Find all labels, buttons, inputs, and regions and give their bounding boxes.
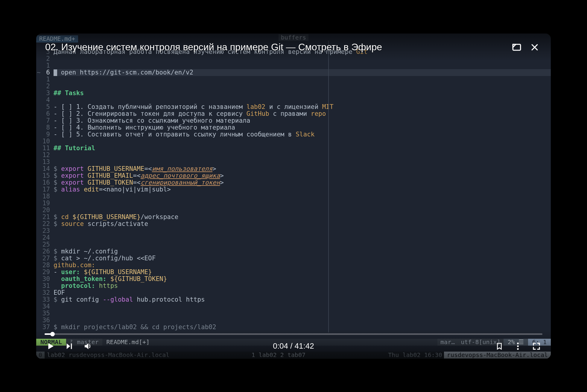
code-line: 30 oauth_token: ${GITHUB_TOKEN} xyxy=(36,276,551,282)
code-line: 24 xyxy=(36,234,551,241)
vertical-split xyxy=(328,41,329,332)
code-line: 7- [ ] 3. Ознакомиться со ссылками учебн… xyxy=(36,117,551,124)
code-line: 12 xyxy=(36,152,551,159)
svg-point-2 xyxy=(517,345,519,347)
current-time: 0:04 xyxy=(273,341,288,350)
code-line: 35 xyxy=(36,310,551,317)
code-line: 1 xyxy=(36,76,551,83)
code-line: 3## Tasks xyxy=(36,90,551,97)
code-line: 14$ export GITHUB_USERNAME=<имя_пользова… xyxy=(36,165,551,172)
duration: 41:42 xyxy=(295,341,314,350)
code-line: 29- user: ${GITHUB_USERNAME} xyxy=(36,269,551,276)
code-line: 4 xyxy=(36,97,551,104)
video-player: README.md+ buffers [1] > 3Данная лаборат… xyxy=(36,34,551,359)
video-content-frame: README.md+ buffers [1] > 3Данная лаборат… xyxy=(36,34,551,359)
bookmark-button[interactable] xyxy=(493,340,505,352)
next-button[interactable] xyxy=(63,340,75,352)
svg-point-3 xyxy=(517,348,519,350)
code-line: 9- [ ] 5. Составить отчет и отправить сс… xyxy=(36,131,551,138)
fullscreen-button[interactable] xyxy=(530,340,542,352)
code-line: 32EOF xyxy=(36,289,551,296)
video-title: 02. Изучение систем контроля версий на п… xyxy=(45,42,506,53)
volume-button[interactable] xyxy=(82,340,94,352)
code-line: 10 xyxy=(36,138,551,145)
code-line: 5- [ ] 1. Создать публичный репозиторий … xyxy=(36,104,551,110)
code-line: 26$ mkdir ~/.config xyxy=(36,248,551,255)
code-line: 28github.com: xyxy=(36,262,551,269)
code-line: 2 xyxy=(36,83,551,90)
player-header: 02. Изучение систем контроля версий на п… xyxy=(36,34,551,61)
more-button[interactable] xyxy=(512,340,524,352)
code-line: 22$ source scripts/activate xyxy=(36,221,551,227)
code-line: 6- [ ] 2. Сгенирировать токен для доступ… xyxy=(36,110,551,117)
code-line: 19 xyxy=(36,200,551,207)
code-line: 13 xyxy=(36,159,551,165)
code-line: 20 xyxy=(36,207,551,214)
code-line: 16$ export GITHUB_TOKEN=<сгенирированный… xyxy=(36,179,551,186)
code-line: 1 xyxy=(36,62,551,69)
code-line: 11## Tutorial xyxy=(36,145,551,152)
progress-fill xyxy=(45,333,53,335)
code-line: 8- [ ] 4. Выполнить инструкцию учебного … xyxy=(36,124,551,131)
code-lines: 3Данная лабораторная работа посвящена из… xyxy=(36,42,551,331)
code-line: 31 protocol: https xyxy=(36,282,551,289)
code-line: 33$ git config --global hub.protocol htt… xyxy=(36,296,551,303)
code-line: 25 xyxy=(36,241,551,248)
code-line: 15$ export GITHUB_EMAIL=<адрес_почтового… xyxy=(36,172,551,179)
code-line: 27$ cat > ~/.config/hub <<EOF xyxy=(36,255,551,262)
code-line: 23 xyxy=(36,227,551,234)
code-line: ~6 open https://git-scm.com/book/en/v2 xyxy=(36,69,551,76)
progress-bar[interactable] xyxy=(45,333,542,335)
player-controls: 0:04 / 41:42 xyxy=(36,329,551,359)
svg-rect-0 xyxy=(513,44,521,50)
time-display: 0:04 / 41:42 xyxy=(273,341,314,351)
svg-point-1 xyxy=(517,342,519,344)
code-line: 17$ alias edit=<nano|vi|vim|subl> xyxy=(36,186,551,193)
play-button[interactable] xyxy=(45,340,57,352)
code-line: 18 xyxy=(36,193,551,200)
pip-button[interactable] xyxy=(510,40,524,54)
close-button[interactable] xyxy=(527,40,542,54)
code-line: 34 xyxy=(36,303,551,310)
code-line: 21$ cd ${GITHUB_USERNAME}/workspace xyxy=(36,214,551,221)
code-line: 36 xyxy=(36,317,551,324)
